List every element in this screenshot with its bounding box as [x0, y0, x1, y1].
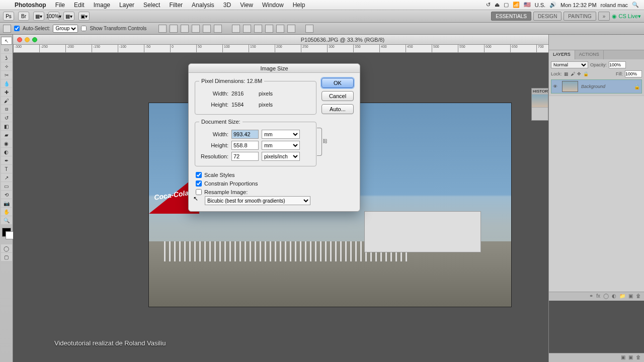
menu-select[interactable]: Select — [139, 2, 165, 9]
fill-input[interactable] — [625, 70, 642, 77]
tool-zoom[interactable]: 🔍 — [1, 216, 12, 224]
lock-pixels-icon[interactable]: 🖌 — [571, 71, 575, 76]
new-layer-icon[interactable]: ▣ — [628, 293, 633, 300]
doc-width-unit-dropdown[interactable]: mm — [262, 130, 300, 139]
layer-visibility-icon[interactable]: 👁 — [553, 84, 559, 89]
spotlight-icon[interactable]: 🔍 — [632, 2, 639, 8]
color-swatches[interactable] — [2, 228, 11, 237]
ruler-horizontal[interactable]: -300-250-200-150-100-5005010015020025030… — [13, 45, 548, 53]
wifi-icon[interactable]: 📶 — [513, 2, 520, 8]
autoselect-dropdown[interactable]: Group — [53, 25, 78, 33]
layer-row-background[interactable]: 👁 Background 🔒 — [551, 79, 642, 94]
cancel-button[interactable]: Cancel — [321, 91, 354, 101]
menu-edit[interactable]: Edit — [69, 2, 89, 9]
lock-position-icon[interactable]: ✥ — [577, 71, 581, 76]
align-icon-1[interactable] — [158, 25, 167, 33]
fx-icon[interactable]: fx — [596, 293, 600, 300]
zoom-level-dropdown[interactable]: 100%▾ — [48, 12, 59, 21]
minimize-window-button[interactable] — [25, 37, 30, 42]
tab-actions[interactable]: ACTIONS — [575, 50, 604, 59]
dock-icon-3[interactable]: 🗑 — [636, 354, 641, 361]
user-name[interactable]: roland mac — [601, 2, 628, 8]
close-window-button[interactable] — [17, 37, 22, 42]
tool-3dcam[interactable]: 📷 — [1, 199, 12, 207]
align-icon-4[interactable] — [192, 25, 200, 33]
history-tab[interactable]: HISTORY — [532, 88, 548, 94]
workspace-more-icon[interactable]: » — [598, 12, 610, 21]
menu-view[interactable]: View — [235, 2, 258, 9]
dist-icon-4[interactable] — [265, 25, 273, 33]
menu-window[interactable]: Window — [258, 2, 288, 9]
history-panel-collapsed[interactable]: HISTORY — [531, 88, 548, 121]
dist-icon-6[interactable] — [287, 25, 295, 33]
tool-type[interactable]: T — [1, 165, 12, 173]
align-icon-6[interactable] — [214, 25, 222, 33]
adjustment-icon[interactable]: ◐ — [612, 293, 616, 300]
screenmode-tool-icon[interactable]: ▢ — [1, 253, 12, 261]
tool-preset-icon[interactable] — [3, 25, 11, 33]
menu-layer[interactable]: Layer — [115, 2, 139, 9]
bridge-icon[interactable]: Br — [18, 12, 29, 21]
tool-stamp[interactable]: ⧈ — [1, 105, 12, 113]
blend-mode-dropdown[interactable]: Normal — [551, 61, 588, 68]
menu-3d[interactable]: 3D — [219, 2, 235, 9]
zoom-window-button[interactable] — [32, 37, 37, 42]
layer-thumb[interactable] — [562, 81, 578, 92]
doc-width-input[interactable] — [231, 130, 259, 139]
autoselect-checkbox[interactable] — [14, 26, 20, 31]
dist-icon-5[interactable] — [276, 25, 284, 33]
tab-layers[interactable]: LAYERS — [549, 50, 575, 59]
resample-method-dropdown[interactable]: Bicubic (best for smooth gradients) — [205, 196, 310, 205]
link-layers-icon[interactable]: ⚭ — [589, 293, 593, 300]
tool-pen[interactable]: ✒ — [1, 156, 12, 164]
workspace-essentials[interactable]: ESSENTIALS — [491, 12, 531, 21]
tool-marquee[interactable]: ▭ — [1, 45, 12, 53]
clock[interactable]: Mon 12:32 PM — [560, 2, 597, 8]
menu-file[interactable]: File — [51, 2, 69, 9]
menu-filter[interactable]: Filter — [165, 2, 187, 9]
resample-checkbox[interactable] — [196, 189, 202, 195]
tool-history-brush[interactable]: ↺ — [1, 114, 12, 122]
show-transform-checkbox[interactable] — [81, 26, 87, 31]
tool-3d[interactable]: ⟲ — [1, 191, 12, 199]
eject-icon[interactable]: ⏏ — [495, 2, 500, 8]
tool-gradient[interactable]: ▰ — [1, 131, 12, 139]
tool-eraser[interactable]: ◧ — [1, 122, 12, 130]
workspace-design[interactable]: DESIGN — [533, 12, 561, 21]
resolution-input[interactable] — [231, 152, 259, 161]
tool-eyedropper[interactable]: 💧 — [1, 79, 12, 87]
tool-path[interactable]: ↗ — [1, 173, 12, 182]
menu-app[interactable]: Photoshop — [10, 2, 51, 9]
tool-wand[interactable]: ✧ — [1, 62, 12, 70]
autoalign-icon[interactable] — [305, 25, 313, 33]
tool-hand[interactable]: ✋ — [1, 208, 12, 216]
tool-shape[interactable]: ▭ — [1, 182, 12, 190]
scale-styles-checkbox[interactable] — [196, 172, 202, 178]
workspace-painting[interactable]: PAINTING — [564, 12, 596, 21]
quickmask-icon[interactable]: ◯ — [1, 244, 12, 252]
tool-brush[interactable]: 🖌 — [1, 97, 12, 105]
lock-all-icon[interactable]: 🔒 — [583, 71, 589, 76]
align-icon-5[interactable] — [203, 25, 211, 33]
group-icon[interactable]: 📁 — [619, 293, 625, 300]
menu-help[interactable]: Help — [288, 2, 310, 9]
minibridge-icon[interactable]: ▦▾ — [33, 12, 44, 21]
dist-icon-3[interactable] — [254, 25, 262, 33]
align-icon-2[interactable] — [170, 25, 178, 33]
ok-button[interactable]: OK — [321, 78, 354, 88]
tool-dodge[interactable]: ◐ — [1, 148, 12, 156]
sync-icon[interactable]: ↺ — [486, 2, 491, 8]
flag-icon[interactable]: 🇺🇸 — [524, 2, 531, 8]
doc-height-input[interactable] — [231, 141, 259, 150]
tool-heal[interactable]: ✚ — [1, 88, 12, 96]
constrain-checkbox[interactable] — [196, 180, 202, 187]
ps-logo-icon[interactable]: Ps — [3, 12, 14, 21]
history-thumb-2[interactable] — [532, 107, 548, 120]
mask-icon[interactable]: ◯ — [603, 293, 609, 300]
dist-icon-1[interactable] — [232, 25, 240, 33]
arrange-icon[interactable]: ▦▾ — [63, 12, 74, 21]
menu-image[interactable]: Image — [89, 2, 115, 9]
opacity-input[interactable] — [609, 61, 626, 68]
auto-button[interactable]: Auto... — [321, 104, 354, 114]
tool-crop[interactable]: ✂ — [1, 71, 12, 79]
